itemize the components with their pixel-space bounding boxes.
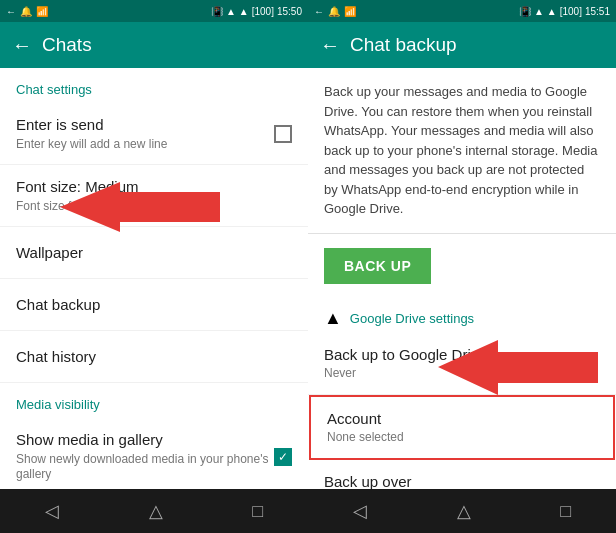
account-item[interactable]: Account None selected xyxy=(309,395,615,460)
chat-backup-item[interactable]: Chat backup xyxy=(0,279,308,331)
back-arrow-status: ← xyxy=(6,6,16,17)
notification-icon: 🔔 xyxy=(20,6,32,17)
chat-history-label: Chat history xyxy=(16,347,292,367)
data-icon-r: ▲ xyxy=(547,6,557,17)
backup-over-item[interactable]: Back up over Wi-Fi only xyxy=(308,460,616,489)
show-media-label: Show media in gallery xyxy=(16,430,274,450)
google-drive-section-header: ▲ Google Drive settings xyxy=(308,298,616,333)
backup-to-drive-sublabel: Never xyxy=(324,366,600,382)
wifi-icon: 📶 xyxy=(36,6,48,17)
toolbar-title-left: Chats xyxy=(42,34,296,56)
account-sublabel: None selected xyxy=(327,430,597,446)
status-bar-right: ← 🔔 📶 📳 ▲ ▲ [100] 15:51 xyxy=(308,0,616,22)
google-drive-icon: ▲ xyxy=(324,308,342,329)
wifi-signal-icon-r: ▲ xyxy=(534,6,544,17)
left-content: Chat settings Enter is send Enter key wi… xyxy=(0,68,308,489)
nav-home-right[interactable]: △ xyxy=(457,500,471,522)
nav-back-left[interactable]: ◁ xyxy=(45,500,59,522)
enter-is-send-sublabel: Enter key will add a new line xyxy=(16,137,274,153)
nav-bar-right: ◁ △ □ xyxy=(308,489,616,533)
backup-to-drive-label: Back up to Google Drive xyxy=(324,345,600,365)
enter-is-send-text: Enter is send Enter key will add a new l… xyxy=(16,115,274,152)
google-drive-label: Google Drive settings xyxy=(350,311,474,326)
vibrate-icon: 📳 xyxy=(211,6,223,17)
backup-to-drive-text: Back up to Google Drive Never xyxy=(324,345,600,382)
wallpaper-text: Wallpaper xyxy=(16,243,292,263)
font-size-sublabel: Font size for chat screen xyxy=(16,199,292,215)
wifi-signal-icon: ▲ xyxy=(226,6,236,17)
chat-history-item[interactable]: Chat history xyxy=(0,331,308,383)
account-text: Account None selected xyxy=(327,409,597,446)
nav-square-right[interactable]: □ xyxy=(560,501,571,522)
wallpaper-item[interactable]: Wallpaper xyxy=(0,227,308,279)
right-content: Back up your messages and media to Googl… xyxy=(308,68,616,489)
back-arrow-status-r: ← xyxy=(314,6,324,17)
toolbar-title-right: Chat backup xyxy=(350,34,604,56)
account-label: Account xyxy=(327,409,597,429)
status-bar-right-icons: 📳 ▲ ▲ [100] 15:50 xyxy=(211,6,302,17)
battery-icon: [100] xyxy=(252,6,274,17)
font-size-text: Font size: Medium Font size for chat scr… xyxy=(16,177,292,214)
backup-description: Back up your messages and media to Googl… xyxy=(308,68,616,234)
enter-is-send-checkbox[interactable] xyxy=(274,125,292,143)
chat-backup-label: Chat backup xyxy=(16,295,292,315)
media-visibility-header: Media visibility xyxy=(0,383,308,418)
battery-icon-r: [100] xyxy=(560,6,582,17)
toolbar-right: ← Chat backup xyxy=(308,22,616,68)
font-size-label: Font size: Medium xyxy=(16,177,292,197)
show-media-checkbox[interactable]: ✓ xyxy=(274,448,292,466)
show-media-sublabel: Show newly downloaded media in your phon… xyxy=(16,452,274,483)
font-size-item[interactable]: Font size: Medium Font size for chat scr… xyxy=(0,165,308,227)
nav-back-right[interactable]: ◁ xyxy=(353,500,367,522)
nav-square-left[interactable]: □ xyxy=(252,501,263,522)
time-display: 15:50 xyxy=(277,6,302,17)
time-display-r: 15:51 xyxy=(585,6,610,17)
status-bar-left-icons: ← 🔔 📶 xyxy=(6,6,48,17)
toolbar-left: ← Chats xyxy=(0,22,308,68)
vibrate-icon-r: 📳 xyxy=(519,6,531,17)
backup-to-drive-item[interactable]: Back up to Google Drive Never xyxy=(308,333,616,395)
enter-is-send-label: Enter is send xyxy=(16,115,274,135)
enter-is-send-item[interactable]: Enter is send Enter key will add a new l… xyxy=(0,103,308,165)
wifi-icon-r: 📶 xyxy=(344,6,356,17)
backup-over-text: Back up over Wi-Fi only xyxy=(324,472,600,489)
back-button-left[interactable]: ← xyxy=(12,35,32,55)
nav-bar-left: ◁ △ □ xyxy=(0,489,308,533)
notification-icon-r: 🔔 xyxy=(328,6,340,17)
backup-over-label: Back up over xyxy=(324,472,600,489)
wallpaper-label: Wallpaper xyxy=(16,243,292,263)
status-bar-left: ← 🔔 📶 📳 ▲ ▲ [100] 15:50 xyxy=(0,0,308,22)
status-bar-right-right-icons: 📳 ▲ ▲ [100] 15:51 xyxy=(519,6,610,17)
show-media-item[interactable]: Show media in gallery Show newly downloa… xyxy=(0,418,308,489)
show-media-text: Show media in gallery Show newly downloa… xyxy=(16,430,274,483)
chat-backup-text: Chat backup xyxy=(16,295,292,315)
nav-home-left[interactable]: △ xyxy=(149,500,163,522)
status-bar-right-left-icons: ← 🔔 📶 xyxy=(314,6,356,17)
chat-history-text: Chat history xyxy=(16,347,292,367)
back-button-right[interactable]: ← xyxy=(320,35,340,55)
back-up-button[interactable]: BACK UP xyxy=(324,248,431,284)
chat-settings-header: Chat settings xyxy=(0,68,308,103)
data-icon: ▲ xyxy=(239,6,249,17)
